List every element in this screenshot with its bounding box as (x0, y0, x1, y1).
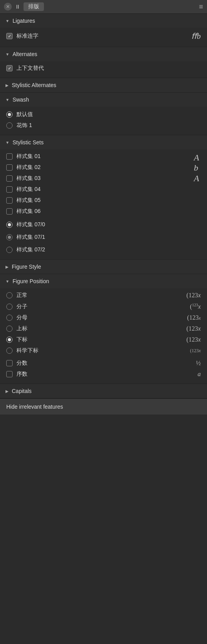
standard-ligature-preview: ﬀb (191, 31, 201, 41)
ss02-checkbox[interactable] (6, 164, 13, 171)
fp-superscript-label: 上标 (16, 325, 27, 332)
pause-button[interactable]: ⏸ (15, 4, 20, 10)
panel-title: 排版 (24, 2, 44, 11)
header: ✕ ⏸ 排版 ≡ (0, 0, 207, 14)
fp-denominator-label: 分母 (16, 314, 27, 321)
standard-ligature-checkbox[interactable] (6, 33, 13, 39)
swash-floral-radio[interactable] (6, 122, 13, 129)
swash-section-header[interactable]: ▼ Swash (0, 93, 207, 107)
alternates-collapse-icon: ▼ (5, 52, 9, 56)
ss05-checkbox[interactable] (6, 197, 13, 204)
stylistic-sets-collapse-icon: ▼ (5, 140, 9, 145)
ligatures-section: ▼ Ligatures 标准连字 ﬀb (0, 14, 207, 47)
ss072-row: 样式集 07/2 (0, 244, 207, 255)
standard-ligature-label: 标准连字 (16, 33, 38, 40)
fp-fraction-label: 分数 (16, 360, 27, 367)
ss04-checkbox[interactable] (6, 186, 13, 193)
ss05-row: 样式集 05 (0, 195, 207, 206)
ss04-row: 样式集 04 (0, 184, 207, 195)
figure-style-title: Figure Style (12, 264, 41, 270)
contextual-alt-row: 上下文替代 (0, 63, 207, 74)
contextual-alt-label: 上下文替代 (16, 65, 44, 72)
ss071-radio[interactable] (6, 234, 13, 240)
stylistic-sets-header[interactable]: ▼ Stylistic Sets (0, 135, 207, 149)
fp-numerator-label: 分子 (16, 303, 27, 310)
figure-style-header[interactable]: ▶ Figure Style (0, 260, 207, 274)
ligatures-section-header[interactable]: ▼ Ligatures (0, 14, 207, 28)
figure-style-section: ▶ Figure Style (0, 260, 207, 274)
swash-default-label: 默认值 (16, 111, 33, 118)
swash-default-radio[interactable] (6, 111, 13, 118)
figure-style-collapse-icon: ▶ (5, 265, 9, 269)
ss05-label: 样式集 05 (16, 197, 40, 204)
contextual-alt-checkbox[interactable] (6, 65, 13, 71)
stylistic-alternates-section: ▶ Stylistic Alternates (0, 78, 207, 93)
ss070-row: 样式集 07/0 (0, 219, 207, 230)
fp-normal-preview: (123x (187, 292, 201, 299)
figure-position-section: ▼ Figure Position 正常 (123x 分子 (123x 分母 (… (0, 274, 207, 384)
fp-ordinal-label: 序数 (16, 371, 27, 378)
alternates-section: ▼ Alternates 上下文替代 (0, 47, 207, 78)
close-button[interactable]: ✕ (4, 3, 12, 11)
swash-section-body: 默认值 花饰 1 (0, 107, 207, 135)
alternates-section-header[interactable]: ▼ Alternates (0, 47, 207, 61)
ss072-radio[interactable] (6, 247, 13, 253)
fp-superscript-row: 上标 (123x (0, 323, 207, 334)
fp-normal-label: 正常 (16, 292, 27, 299)
ss03-checkbox[interactable] (6, 175, 13, 182)
alternates-section-title: Alternates (13, 51, 37, 57)
fp-subscript-radio[interactable] (6, 337, 13, 343)
ss071-label: 样式集 07/1 (16, 234, 45, 241)
swash-section: ▼ Swash 默认值 花饰 1 (0, 93, 207, 135)
stylistic-alternates-header[interactable]: ▶ Stylistic Alternates (0, 78, 207, 92)
fp-fraction-row: 分数 ½ (0, 358, 207, 369)
ss01-checkbox[interactable] (6, 153, 13, 160)
ss03-row: 样式集 03 (0, 173, 207, 184)
ss02-label: 样式集 02 (16, 164, 40, 171)
ss06-checkbox[interactable] (6, 208, 13, 215)
fp-ordinal-preview: a (198, 371, 201, 378)
fp-ordinal-checkbox[interactable] (6, 371, 13, 377)
ss04-label: 样式集 04 (16, 186, 40, 193)
fp-numerator-radio[interactable] (6, 304, 13, 310)
fp-fraction-checkbox[interactable] (6, 360, 13, 366)
fp-denominator-radio[interactable] (6, 315, 13, 321)
fp-fraction-preview: ½ (196, 360, 201, 367)
capitals-title: Capitals (12, 388, 32, 394)
ss02-row: 样式集 02 (0, 162, 207, 173)
fp-numerator-preview: (123x (190, 303, 201, 310)
ligatures-collapse-icon: ▼ (5, 19, 9, 23)
figure-position-header[interactable]: ▼ Figure Position (0, 274, 207, 288)
fp-numerator-row: 分子 (123x (0, 301, 207, 312)
ss06-label: 样式集 06 (16, 208, 40, 215)
ligatures-section-title: Ligatures (13, 18, 35, 24)
fp-subscript-label: 下标 (16, 336, 27, 343)
capitals-collapse-icon: ▶ (5, 389, 9, 393)
fp-sci-sub-radio[interactable] (6, 347, 13, 354)
ss072-label: 样式集 07/2 (16, 246, 45, 253)
fp-normal-radio[interactable] (6, 292, 13, 298)
stylistic-alternates-collapse-icon: ▶ (5, 83, 9, 87)
alternates-section-body: 上下文替代 (0, 61, 207, 78)
hide-irrelevant-button[interactable]: Hide irrelevant features (0, 398, 207, 415)
stylistic-sets-section: ▼ Stylistic Sets A b A 样式集 01 样式集 02 样式集… (0, 135, 207, 260)
capitals-section: ▶ Capitals (0, 384, 207, 398)
capitals-header[interactable]: ▶ Capitals (0, 384, 207, 398)
ss070-label: 样式集 07/0 (16, 221, 45, 228)
fp-subscript-preview: (123x (187, 336, 201, 343)
ss06-row: 样式集 06 (0, 206, 207, 217)
swash-section-title: Swash (13, 96, 29, 103)
ss03-label: 样式集 03 (16, 175, 40, 182)
fp-ordinal-row: 序数 a (0, 369, 207, 380)
fp-normal-row: 正常 (123x (0, 290, 207, 301)
ss01-row: 样式集 01 (0, 151, 207, 162)
menu-button[interactable]: ≡ (199, 3, 203, 11)
fp-sci-sub-label: 科学下标 (16, 347, 38, 354)
figure-position-body: 正常 (123x 分子 (123x 分母 (123x 上标 (123x 下标 (… (0, 288, 207, 384)
stylistic-alternates-title: Stylistic Alternates (12, 82, 56, 88)
ligatures-section-body: 标准连字 ﬀb (0, 28, 207, 47)
swash-floral-label: 花饰 1 (16, 122, 32, 129)
ss070-radio[interactable] (6, 222, 13, 228)
swash-collapse-icon: ▼ (5, 98, 9, 102)
fp-superscript-radio[interactable] (6, 326, 13, 332)
